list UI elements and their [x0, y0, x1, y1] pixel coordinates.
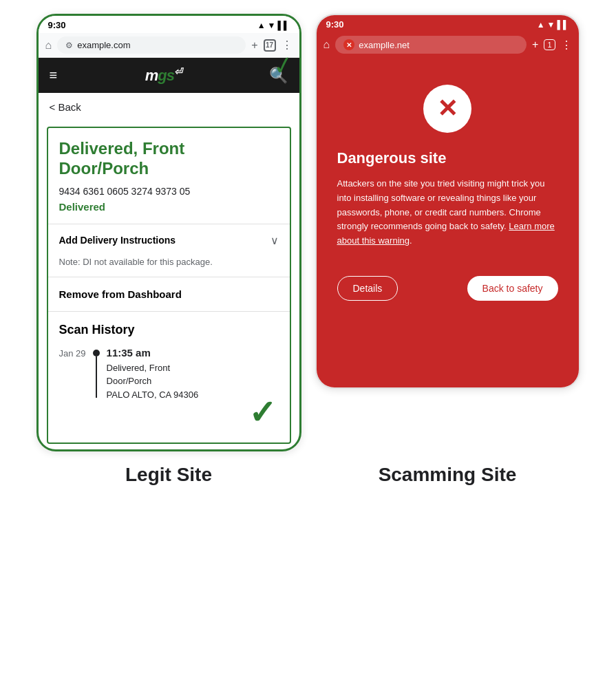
remove-dashboard-button[interactable]: Remove from Dashboard — [48, 277, 290, 311]
status-icons-scam: ▲ ▼ ▌▌ — [537, 20, 569, 30]
url-pill-scam[interactable]: ✕ examplle.net — [335, 36, 527, 54]
danger-content: ✕ Dangerous site Attackers on the site y… — [317, 57, 579, 387]
address-bar-scam: ⌂ ✕ examplle.net + 1 ⋮ — [317, 32, 579, 57]
tracking-card: Delivered, Front Door/Porch 9434 6361 06… — [47, 127, 291, 444]
battery-icon-scam: ▌▌ — [557, 20, 569, 30]
scan-history: Scan History Jan 29 11:35 am Delivered, … — [48, 311, 290, 443]
address-bar-legit: ⌂ ⚙ example.com + 17 ⋮ ✓ — [39, 33, 299, 58]
secure-icon: ⚙ — [65, 41, 73, 50]
danger-icon: ✕ — [343, 39, 354, 50]
addr-actions-legit: + 17 ⋮ — [251, 39, 292, 52]
details-button[interactable]: Details — [337, 276, 399, 301]
danger-title: Dangerous site — [337, 149, 447, 167]
plus-icon-scam[interactable]: + — [532, 39, 538, 51]
delivery-instructions-row[interactable]: Add Delivery Instructions ∨ — [48, 224, 290, 257]
scan-detail: 11:35 am Delivered, Front Door/Porch PAL… — [107, 347, 199, 402]
scan-line — [96, 356, 97, 398]
more-icon-scam[interactable]: ⋮ — [561, 39, 572, 52]
time-scam: 9:30 — [326, 19, 344, 30]
check-green-big-icon: ✓ — [248, 393, 276, 431]
check-big-icon: ✓ — [271, 52, 296, 81]
danger-buttons: Details Back to safety — [337, 276, 558, 301]
di-note: Note: DI not available for this package. — [48, 257, 290, 277]
nav-bar: ≡ mgs⏎ 🔍 — [39, 58, 299, 93]
danger-circle: ✕ — [423, 85, 471, 133]
tracking-info: Delivered, Front Door/Porch 9434 6361 06… — [48, 128, 290, 224]
delivery-title: Delivered, Front Door/Porch — [59, 139, 279, 179]
back-label: < Back — [50, 101, 81, 113]
scan-loc-1: Delivered, Front — [107, 363, 170, 373]
home-icon: ⌂ — [45, 39, 52, 52]
addr-actions-scam: + 1 ⋮ — [532, 39, 571, 52]
status-bar-legit: 9:30 ▲ ▼ ▌▌ — [39, 16, 299, 33]
scan-loc-3: PALO ALTO, CA 94306 — [107, 390, 199, 400]
scan-time: 11:35 am — [107, 347, 199, 359]
di-label: Add Delivery Instructions — [59, 235, 176, 246]
status-icons-legit: ▲ ▼ ▌▌ — [257, 21, 290, 30]
home-icon-scam: ⌂ — [323, 39, 330, 51]
scam-phone: 9:30 ▲ ▼ ▌▌ ⌂ ✕ examplle.net + 1 ⋮ ✕ — [315, 14, 580, 389]
danger-x-icon: ✕ — [437, 94, 458, 123]
back-button[interactable]: < Back — [39, 93, 299, 121]
wifi-icon-scam: ▲ — [537, 20, 545, 30]
legit-label: Legit Site — [36, 464, 301, 486]
danger-desc: Attackers on the site you tried visiting… — [337, 177, 558, 248]
hamburger-icon[interactable]: ≡ — [50, 67, 58, 83]
scan-timeline — [93, 347, 100, 398]
labels-row: Legit Site Scamming Site — [14, 464, 602, 486]
status-delivered: Delivered — [59, 201, 279, 213]
scan-entry: Jan 29 11:35 am Delivered, Front Door/Po… — [59, 347, 279, 402]
url-text-legit: example.com — [77, 40, 130, 50]
scan-location: Delivered, Front Door/Porch PALO ALTO, C… — [107, 361, 199, 402]
scan-loc-2: Door/Porch — [107, 376, 152, 386]
scan-dot — [93, 350, 100, 356]
time-legit: 9:30 — [48, 20, 66, 30]
signal-icon-scam: ▼ — [547, 20, 555, 30]
back-to-safety-button[interactable]: Back to safety — [467, 276, 558, 301]
tab-count[interactable]: 17 — [264, 39, 276, 52]
legit-phone: 9:30 ▲ ▼ ▌▌ ⌂ ⚙ example.com + 17 ⋮ ✓ — [36, 14, 301, 451]
url-text-scam: examplle.net — [359, 40, 410, 50]
status-bar-scam: 9:30 ▲ ▼ ▌▌ — [317, 15, 579, 32]
chevron-down-icon: ∨ — [270, 234, 279, 247]
tracking-number: 9434 6361 0605 3274 9373 05 — [59, 186, 279, 197]
scam-label: Scamming Site — [315, 464, 580, 486]
brand-logo: mgs⏎ — [145, 66, 182, 85]
scan-date: Jan 29 — [59, 347, 86, 359]
plus-icon[interactable]: + — [251, 39, 257, 52]
tab-count-scam[interactable]: 1 — [544, 39, 555, 50]
url-pill-legit[interactable]: ⚙ example.com — [57, 36, 246, 54]
wifi-icon: ▲ — [257, 21, 266, 30]
battery-icon: ▌▌ — [277, 21, 289, 30]
check-overlay: ✓ — [273, 54, 294, 78]
signal-icon: ▼ — [268, 21, 276, 30]
scan-history-title: Scan History — [59, 323, 279, 337]
